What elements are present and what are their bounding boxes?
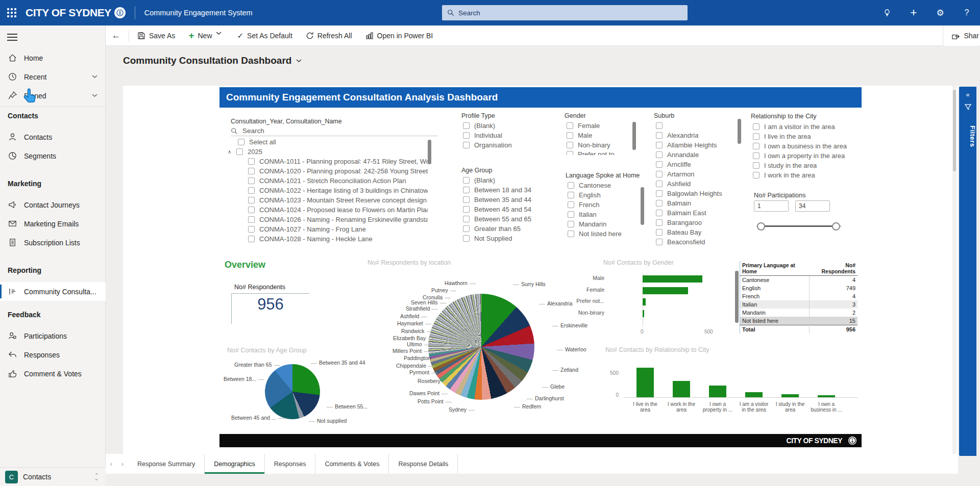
filter-option[interactable]: I own a business in the area (753, 141, 847, 151)
settings-gear-icon[interactable]: ⚙ (935, 7, 946, 18)
checkbox-icon[interactable] (656, 219, 663, 226)
filter-option[interactable]: I live in the area (753, 132, 847, 141)
tabs-scroll-left-icon[interactable]: ‹ (106, 454, 117, 474)
checkbox-icon[interactable] (248, 158, 255, 165)
sidebar-item-home[interactable]: Home (0, 48, 106, 67)
filter-option-year[interactable]: ∧ 2025 (228, 147, 428, 157)
checkbox-icon[interactable] (656, 190, 663, 197)
vertical-scrollbar[interactable] (952, 86, 957, 454)
sidebar-item-responses[interactable]: Responses (0, 345, 106, 364)
checkbox-icon[interactable] (656, 181, 663, 187)
sidebar-item-subscription-lists[interactable]: Subscription Lists (0, 233, 106, 252)
checkbox-icon[interactable] (656, 161, 663, 168)
filter-option[interactable]: Not listed here (568, 229, 622, 239)
checkbox-icon[interactable] (463, 235, 470, 242)
checkbox-icon[interactable] (567, 151, 573, 155)
filter-option[interactable]: French (568, 200, 622, 210)
consultation-search[interactable]: Search (231, 126, 438, 136)
checkbox-icon[interactable] (656, 200, 663, 207)
filter-option[interactable]: Bateau Bay (656, 227, 722, 237)
scrollbar-thumb[interactable] (632, 122, 636, 150)
filter-option[interactable]: CONMA-1021 - Stretch Reconciliation Acti… (228, 176, 428, 186)
age-pie-chart[interactable] (265, 364, 320, 419)
filter-option[interactable]: Beaconsfield (656, 237, 722, 247)
filter-option[interactable]: Male (567, 131, 610, 140)
checkbox-icon[interactable] (463, 196, 470, 203)
sidebar-item-recent[interactable]: Recent (0, 67, 106, 86)
save-as-button[interactable]: Save As (137, 32, 175, 40)
filter-option[interactable]: CONMA-1020 - Planning proposal: 242-258 … (228, 166, 428, 176)
checkbox-icon[interactable] (463, 187, 470, 193)
bar[interactable] (673, 381, 690, 397)
filter-option[interactable]: Organisation (463, 140, 512, 150)
open-in-power-bi-button[interactable]: Open in Power BI (365, 32, 433, 40)
filter-option[interactable]: Ashfield (656, 179, 722, 189)
checkbox-icon[interactable] (656, 171, 663, 177)
checkbox-icon[interactable] (656, 132, 663, 139)
filter-option[interactable]: Italian (568, 210, 622, 219)
sidebar-item-marketing-emails[interactable]: Marketing Emails (0, 214, 106, 233)
filter-option[interactable]: Alexandria (656, 131, 722, 140)
filter-option[interactable]: Cantonese (568, 181, 622, 190)
participations-min-input[interactable] (754, 200, 789, 212)
filter-option[interactable]: Between 55 and 65 (463, 214, 531, 224)
checkbox-icon[interactable] (463, 225, 470, 232)
checkbox-icon[interactable] (656, 239, 663, 245)
checkbox-icon[interactable] (753, 162, 760, 169)
checkbox-icon[interactable] (248, 177, 255, 184)
checkbox-icon[interactable] (567, 122, 573, 129)
sidebar-item-pinned[interactable]: Pinned (0, 86, 106, 105)
tab-responses[interactable]: Responses (265, 454, 316, 474)
add-icon[interactable]: + (908, 7, 919, 18)
help-icon[interactable]: ? (961, 7, 972, 18)
sidebar-item-segments[interactable]: Segments (0, 146, 106, 165)
checkbox-icon[interactable] (236, 148, 243, 155)
search-input[interactable] (458, 9, 663, 17)
filter-option[interactable]: Allambie Heights (656, 140, 722, 150)
checkbox-icon[interactable] (568, 211, 574, 218)
filter-option[interactable]: CONMA-1024 - Proposed lease to Flowers o… (228, 205, 428, 215)
table-row[interactable]: Mandarin2 (740, 309, 858, 317)
checkbox-icon[interactable] (463, 132, 470, 139)
participations-max-input[interactable] (795, 200, 830, 212)
filter-option[interactable]: CONMA-1028 - Naming - Heckle Lane (228, 234, 428, 244)
back-button[interactable]: ← (112, 31, 120, 41)
filter-option[interactable]: Annandale (656, 150, 722, 160)
filter-option[interactable]: Arncliffe (656, 160, 722, 169)
scrollbar-thumb[interactable] (953, 90, 956, 171)
bar[interactable] (745, 392, 763, 397)
filter-option[interactable]: Non-binary (567, 140, 610, 150)
checkbox-icon[interactable] (656, 142, 663, 148)
checkbox-icon[interactable] (238, 139, 244, 145)
share-button[interactable]: Shar (943, 25, 979, 46)
tab-response-details[interactable]: Response Details (389, 454, 458, 474)
filter-option[interactable]: (Blank) (463, 121, 512, 131)
checkbox-icon[interactable] (568, 221, 574, 227)
slider-handle-min[interactable] (757, 222, 765, 231)
filter-option[interactable]: Balmain (656, 198, 722, 208)
new-button[interactable]: + New (188, 32, 224, 40)
sidebar-item-contacts[interactable]: Contacts (0, 127, 106, 146)
filter-option[interactable]: Individual (463, 131, 512, 140)
checkbox-icon[interactable] (753, 152, 760, 159)
filter-option-select-all[interactable]: Select all (228, 137, 428, 147)
collapse-chevron-icon[interactable]: ∧ (228, 149, 233, 155)
checkbox-icon[interactable] (463, 206, 470, 213)
filter-option[interactable]: Not Supplied (463, 234, 531, 243)
filter-option[interactable]: CONMA-1011 - Planning proposal: 47-51 Ri… (228, 157, 428, 166)
checkbox-icon[interactable] (753, 172, 760, 178)
checkbox-icon[interactable] (656, 122, 663, 129)
bar[interactable] (643, 298, 646, 305)
tab-response-summary[interactable]: Response Summary (128, 454, 205, 474)
tabs-scroll-right-icon[interactable]: › (117, 454, 128, 474)
checkbox-icon[interactable] (463, 177, 470, 184)
filter-option[interactable]: Balgowlah Heights (656, 189, 722, 198)
table-row[interactable]: Cantonese4 (740, 276, 858, 285)
bar[interactable] (781, 394, 799, 397)
filter-option[interactable]: I own a property in the area (753, 151, 847, 161)
bar[interactable] (643, 275, 702, 283)
checkbox-icon[interactable] (248, 207, 255, 213)
bar[interactable] (636, 368, 654, 397)
expand-panel-icon[interactable]: « (959, 91, 976, 98)
filter-option[interactable]: English (568, 190, 622, 200)
